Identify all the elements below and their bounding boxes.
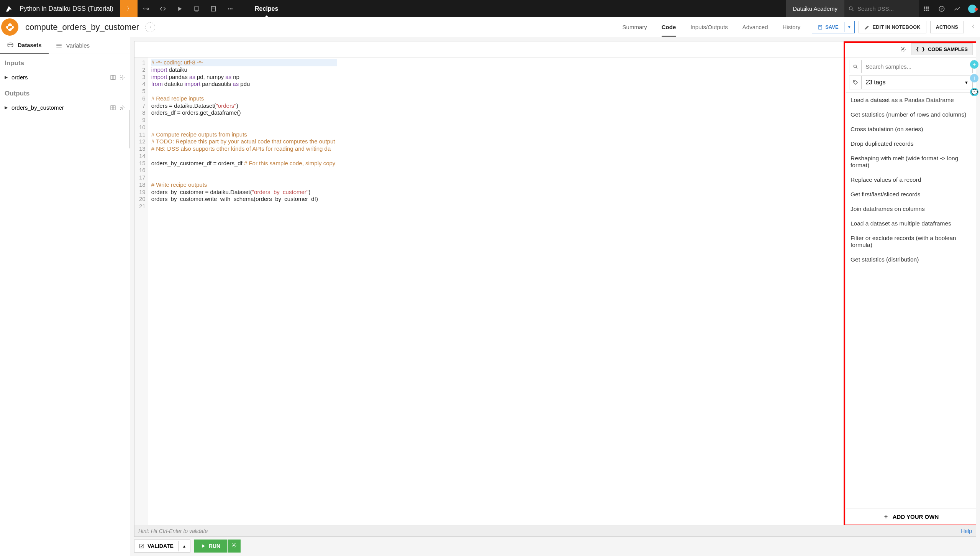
global-search-input[interactable]	[857, 5, 915, 12]
sample-item[interactable]: Drop duplicated records	[846, 137, 976, 151]
run-button[interactable]: RUN	[194, 540, 227, 553]
table-icon[interactable]	[110, 105, 116, 111]
gear-icon[interactable]	[119, 105, 125, 111]
sample-item[interactable]: Reshaping with melt (wide format -> long…	[846, 151, 976, 173]
gear-icon[interactable]	[119, 74, 125, 81]
dashboard-icon[interactable]	[188, 0, 205, 17]
run-settings-button[interactable]	[228, 540, 241, 553]
samples-search-row	[849, 60, 973, 73]
code-icon[interactable]	[154, 0, 171, 17]
chevron-right-icon: ▶	[5, 105, 8, 110]
help-link[interactable]: Help	[961, 528, 972, 534]
nav-icon-row	[138, 0, 239, 17]
sample-item[interactable]: Get statistics (number of rows and colum…	[846, 107, 976, 122]
top-nav: Python in Dataiku DSS (Tutorial) Recipes…	[0, 0, 980, 17]
sample-item[interactable]: Replace values of a record	[846, 173, 976, 187]
svg-point-40	[854, 81, 855, 82]
academy-link[interactable]: Dataiku Academy	[786, 0, 844, 17]
sample-item[interactable]: Get first/last/sliced records	[846, 187, 976, 202]
svg-rect-22	[819, 25, 821, 26]
svg-line-10	[852, 10, 853, 11]
svg-rect-32	[111, 105, 115, 110]
sidebar-tab-variables-label: Variables	[66, 42, 90, 49]
dataiku-logo[interactable]	[0, 5, 17, 13]
recipe-history-icon[interactable]	[145, 22, 155, 32]
dataset-row[interactable]: ▶ orders_by_customer	[0, 100, 130, 115]
user-avatar[interactable]	[965, 5, 980, 13]
svg-rect-4	[211, 7, 216, 11]
main-area: Datasets Variables Inputs ▶ orders Outpu…	[0, 37, 980, 556]
gear-icon	[231, 543, 237, 548]
svg-point-7	[230, 8, 231, 9]
collapse-right-icon[interactable]	[970, 23, 977, 31]
run-icon[interactable]	[171, 0, 188, 17]
svg-rect-19	[928, 10, 929, 11]
svg-point-6	[228, 8, 229, 9]
run-bar: VALIDATE ▲ RUN	[134, 537, 976, 556]
save-icon	[818, 25, 823, 30]
help-icon[interactable]: ?	[934, 0, 949, 17]
editor-settings-icon[interactable]	[898, 44, 909, 55]
sample-item[interactable]: Cross tabulation (on series)	[846, 122, 976, 137]
samples-list: Load a dataset as a Pandas DataframeGet …	[846, 92, 976, 508]
editor-topbar: { } CODE SAMPLES	[134, 41, 976, 58]
sidebar-tab-datasets[interactable]: Datasets	[0, 37, 49, 54]
actions-button[interactable]: ACTIONS	[930, 21, 964, 33]
samples-search-input[interactable]	[862, 60, 972, 73]
svg-rect-27	[111, 75, 115, 79]
rail-chat-icon[interactable]: 💬	[970, 88, 978, 96]
recipe-tabs: SummaryCodeInputs/OutputsAdvancedHistory	[623, 18, 801, 36]
actions-button-label: ACTIONS	[936, 24, 959, 30]
pencil-icon	[864, 25, 870, 30]
sample-item[interactable]: Get statistics (distribution)	[846, 252, 976, 267]
apps-icon[interactable]	[919, 0, 934, 17]
tab-summary[interactable]: Summary	[623, 18, 647, 36]
tab-advanced[interactable]: Advanced	[742, 18, 768, 36]
code-lines[interactable]: # -*- coding: utf-8 -*-import dataikuimp…	[148, 58, 340, 525]
check-icon	[139, 543, 144, 549]
dataset-name: orders	[11, 74, 110, 81]
samples-tags-dropdown[interactable]: 23 tags ▼	[849, 76, 973, 89]
trend-icon[interactable]	[949, 0, 965, 17]
recipe-type-tile[interactable]	[120, 0, 138, 17]
svg-point-23	[8, 43, 13, 45]
sample-item[interactable]: Load a dataset as multiple dataframes	[846, 216, 976, 231]
dataset-row[interactable]: ▶ orders	[0, 70, 130, 84]
code-editor[interactable]: 123456789101112131415161718192021 # -*- …	[134, 58, 846, 525]
tab-code[interactable]: Code	[662, 18, 676, 36]
add-your-own-button[interactable]: ＋ ADD YOUR OWN	[846, 508, 976, 525]
svg-point-31	[121, 77, 123, 78]
rail-info-icon[interactable]: i	[970, 74, 978, 82]
project-title[interactable]: Python in Dataiku DSS (Tutorial)	[17, 5, 120, 13]
validate-button[interactable]: VALIDATE ▲	[134, 540, 190, 553]
breadcrumb-recipes[interactable]: Recipes	[255, 5, 278, 12]
page-icon[interactable]	[205, 0, 222, 17]
sample-item[interactable]: Join dataframes on columns	[846, 202, 976, 216]
more-icon[interactable]	[222, 0, 239, 17]
svg-rect-12	[926, 7, 927, 8]
rail-add-icon[interactable]: +	[970, 60, 978, 69]
global-search[interactable]	[844, 0, 919, 17]
run-label: RUN	[209, 543, 220, 549]
editor-shell: { } CODE SAMPLES 12345678910111213141516…	[134, 41, 976, 525]
sample-item[interactable]: Filter or exclude records (with a boolea…	[846, 231, 976, 252]
table-icon[interactable]	[110, 74, 116, 81]
svg-point-36	[121, 107, 123, 109]
recipe-action-buttons: SAVE ▼ EDIT IN NOTEBOOK ACTIONS	[812, 21, 964, 33]
tag-icon	[849, 76, 862, 89]
dataset-name: orders_by_customer	[11, 104, 110, 111]
save-button[interactable]: SAVE ▼	[812, 21, 854, 33]
flow-icon[interactable]	[138, 0, 154, 17]
validate-caret[interactable]: ▲	[178, 541, 190, 551]
sidebar-tab-variables[interactable]: Variables	[49, 37, 97, 54]
code-samples-button[interactable]: { } CODE SAMPLES	[911, 43, 973, 55]
outputs-header: Outputs	[0, 84, 130, 100]
sample-item[interactable]: Load a dataset as a Pandas Dataframe	[846, 93, 976, 107]
edit-in-notebook-button[interactable]: EDIT IN NOTEBOOK	[859, 21, 926, 33]
validate-label: VALIDATE	[147, 543, 174, 549]
svg-text:?: ?	[941, 7, 943, 11]
tab-inputs-outputs[interactable]: Inputs/Outputs	[690, 18, 728, 36]
save-button-label: SAVE	[825, 24, 838, 30]
save-caret[interactable]: ▼	[844, 22, 854, 32]
tab-history[interactable]: History	[783, 18, 801, 36]
